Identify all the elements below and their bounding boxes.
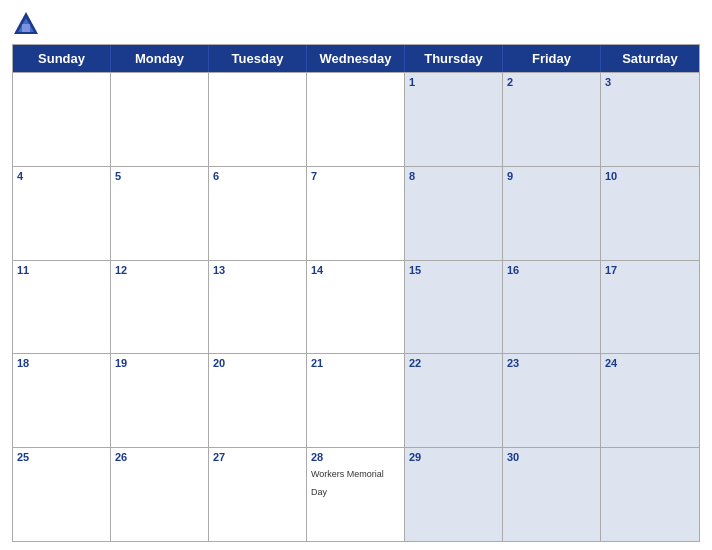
- calendar-cell: 19: [111, 354, 209, 447]
- week-row-1: 45678910: [13, 166, 699, 260]
- day-number: 8: [409, 170, 498, 182]
- calendar-cell: 25: [13, 448, 111, 541]
- day-header-saturday: Saturday: [601, 45, 699, 72]
- day-number: 7: [311, 170, 400, 182]
- calendar-cell: 14: [307, 261, 405, 354]
- day-header-thursday: Thursday: [405, 45, 503, 72]
- day-number: 1: [409, 76, 498, 88]
- day-number: 26: [115, 451, 204, 463]
- calendar-cell: 24: [601, 354, 699, 447]
- calendar-cell: 11: [13, 261, 111, 354]
- calendar-cell: 8: [405, 167, 503, 260]
- day-number: 13: [213, 264, 302, 276]
- day-header-wednesday: Wednesday: [307, 45, 405, 72]
- calendar-cell: 21: [307, 354, 405, 447]
- day-header-sunday: Sunday: [13, 45, 111, 72]
- day-number: 25: [17, 451, 106, 463]
- calendar-cell: 6: [209, 167, 307, 260]
- calendar-cell: 12: [111, 261, 209, 354]
- page: SundayMondayTuesdayWednesdayThursdayFrid…: [0, 0, 712, 550]
- day-number: 19: [115, 357, 204, 369]
- calendar-cell: 17: [601, 261, 699, 354]
- day-number: 22: [409, 357, 498, 369]
- day-number: 28: [311, 451, 400, 463]
- logo: [12, 10, 44, 38]
- day-number: 5: [115, 170, 204, 182]
- svg-rect-2: [22, 24, 30, 32]
- day-number: 27: [213, 451, 302, 463]
- day-number: 30: [507, 451, 596, 463]
- calendar-cell: 29: [405, 448, 503, 541]
- calendar-cell: 4: [13, 167, 111, 260]
- day-header-monday: Monday: [111, 45, 209, 72]
- calendar-cell: 18: [13, 354, 111, 447]
- calendar-cell: 23: [503, 354, 601, 447]
- day-number: 16: [507, 264, 596, 276]
- day-number: 29: [409, 451, 498, 463]
- calendar-cell: 3: [601, 73, 699, 166]
- calendar-cell: 28Workers Memorial Day: [307, 448, 405, 541]
- day-number: 23: [507, 357, 596, 369]
- week-row-4: 25262728Workers Memorial Day2930: [13, 447, 699, 541]
- calendar-cell: [307, 73, 405, 166]
- day-number: 3: [605, 76, 695, 88]
- calendar-cell: 7: [307, 167, 405, 260]
- day-number: 11: [17, 264, 106, 276]
- day-number: 14: [311, 264, 400, 276]
- calendar-cell: 15: [405, 261, 503, 354]
- header: [12, 10, 700, 38]
- day-number: 18: [17, 357, 106, 369]
- calendar-cell: 9: [503, 167, 601, 260]
- day-number: 2: [507, 76, 596, 88]
- calendar-cell: 20: [209, 354, 307, 447]
- day-number: 17: [605, 264, 695, 276]
- calendar-cell: 22: [405, 354, 503, 447]
- calendar-cell: [111, 73, 209, 166]
- calendar-cell: [209, 73, 307, 166]
- week-row-0: 123: [13, 72, 699, 166]
- day-number: 12: [115, 264, 204, 276]
- week-row-2: 11121314151617: [13, 260, 699, 354]
- cell-event: Workers Memorial Day: [311, 469, 384, 497]
- calendar-cell: 1: [405, 73, 503, 166]
- day-number: 15: [409, 264, 498, 276]
- day-header-tuesday: Tuesday: [209, 45, 307, 72]
- calendar-cell: 5: [111, 167, 209, 260]
- calendar-cell: 30: [503, 448, 601, 541]
- day-number: 10: [605, 170, 695, 182]
- calendar-cell: 13: [209, 261, 307, 354]
- day-number: 4: [17, 170, 106, 182]
- weeks-container: 1234567891011121314151617181920212223242…: [13, 72, 699, 541]
- calendar: SundayMondayTuesdayWednesdayThursdayFrid…: [12, 44, 700, 542]
- calendar-cell: 2: [503, 73, 601, 166]
- day-header-friday: Friday: [503, 45, 601, 72]
- calendar-cell: [13, 73, 111, 166]
- day-number: 20: [213, 357, 302, 369]
- logo-icon: [12, 10, 40, 38]
- week-row-3: 18192021222324: [13, 353, 699, 447]
- calendar-cell: 16: [503, 261, 601, 354]
- day-headers-row: SundayMondayTuesdayWednesdayThursdayFrid…: [13, 45, 699, 72]
- day-number: 9: [507, 170, 596, 182]
- day-number: 24: [605, 357, 695, 369]
- calendar-cell: 27: [209, 448, 307, 541]
- day-number: 6: [213, 170, 302, 182]
- calendar-cell: 26: [111, 448, 209, 541]
- day-number: 21: [311, 357, 400, 369]
- calendar-cell: 10: [601, 167, 699, 260]
- calendar-cell: [601, 448, 699, 541]
